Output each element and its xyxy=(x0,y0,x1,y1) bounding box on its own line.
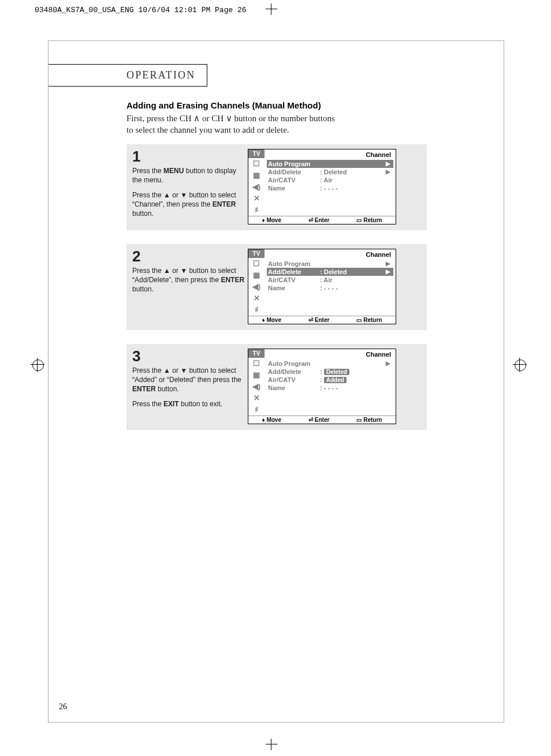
section-title: OPERATION xyxy=(126,69,195,81)
osd-menu-row: Name : - - - - xyxy=(267,184,393,192)
sound-icon: ◀) xyxy=(248,381,265,392)
osd-row-label: Air/CATV xyxy=(268,177,320,184)
osd-row-label: Add/Delete xyxy=(268,268,320,275)
chevron-right-icon: ▶ xyxy=(384,268,392,275)
step-number: 2 xyxy=(132,249,248,264)
osd-foot-move: ♦ Move xyxy=(262,317,281,323)
osd-row-label: Name xyxy=(268,185,320,192)
input-icon: ☐ xyxy=(248,158,265,170)
osd-value-pill: Deleted xyxy=(324,369,349,375)
osd-row-value: : Added xyxy=(320,376,384,383)
osd-value-pill: Added xyxy=(324,377,347,383)
step-block: 3 Press the ▲ or ▼ button to select “Add… xyxy=(126,344,427,430)
step-text: 2 Press the ▲ or ▼ button to select “Add… xyxy=(132,249,248,324)
osd-panel: TV ☐▦◀)✕♯ Channel Auto Program ▶ Add/Del… xyxy=(248,149,396,224)
chevron-right-icon: ▶ xyxy=(384,169,392,175)
page-content: Adding and Erasing Channels (Manual Meth… xyxy=(126,100,427,444)
osd-sidebar: TV ☐▦◀)✕♯ xyxy=(248,149,265,216)
registration-mark-right xyxy=(513,358,527,372)
osd-tv-label: TV xyxy=(248,349,265,358)
osd-menu-row: Auto Program ▶ xyxy=(267,260,393,268)
osd-sidebar: TV ☐▦◀)✕♯ xyxy=(248,249,265,316)
osd-tv-label: TV xyxy=(248,249,265,258)
input-icon: ☐ xyxy=(248,358,265,369)
osd-foot-move: ♦ Move xyxy=(262,217,281,223)
osd-foot-enter: ⏎ Enter xyxy=(308,317,329,323)
intro-text: First, press the CH ∧ or CH ∨ button or … xyxy=(126,113,427,136)
step-instruction: Press the EXIT button to exit. xyxy=(132,399,248,409)
osd-sidebar: TV ☐▦◀)✕♯ xyxy=(248,349,265,416)
osd-footer: ♦ Move ⏎ Enter ▭ Return xyxy=(248,316,396,324)
menu-icon: ♯ xyxy=(248,304,265,316)
step-block: 2 Press the ▲ or ▼ button to select “Add… xyxy=(126,244,427,330)
osd-menu-row: Add/Delete : Deleted ▶ xyxy=(267,268,393,276)
registration-mark-left xyxy=(31,358,44,372)
osd-row-label: Name xyxy=(268,285,320,291)
step-text: 3 Press the ▲ or ▼ button to select “Add… xyxy=(132,349,248,424)
cropmark-top xyxy=(266,3,277,15)
menu-icon: ♯ xyxy=(248,204,265,216)
menu-icon: ♯ xyxy=(248,404,265,416)
page-frame: OPERATION Adding and Erasing Channels (M… xyxy=(48,40,504,723)
osd-row-label: Add/Delete xyxy=(268,368,320,375)
setup-icon: ✕ xyxy=(248,293,265,304)
osd-row-label: Air/CATV xyxy=(268,376,320,383)
osd-menu-row: Auto Program ▶ xyxy=(267,160,393,168)
step-instruction: Press the MENU button to display the men… xyxy=(132,166,248,185)
osd-title: Channel xyxy=(267,250,393,260)
osd-menu-row: Name : - - - - xyxy=(267,284,393,292)
osd-row-value: : Deleted xyxy=(320,169,384,175)
chevron-right-icon: ▶ xyxy=(384,260,392,267)
osd-foot-return: ▭ Return xyxy=(356,417,382,423)
page-number: 26 xyxy=(59,702,67,712)
step-instruction: Press the ▲ or ▼ button to select “Chann… xyxy=(132,190,248,219)
osd-tv-label: TV xyxy=(248,149,265,158)
picture-icon: ▦ xyxy=(248,170,265,181)
osd-foot-enter: ⏎ Enter xyxy=(308,417,329,423)
picture-icon: ▦ xyxy=(248,270,265,281)
osd-row-value: : - - - - xyxy=(320,384,384,391)
osd-menu-row: Add/Delete : Deleted xyxy=(267,368,393,376)
osd-panel: TV ☐▦◀)✕♯ Channel Auto Program ▶ Add/Del… xyxy=(248,349,396,424)
picture-icon: ▦ xyxy=(248,369,265,381)
osd-footer: ♦ Move ⏎ Enter ▭ Return xyxy=(248,216,396,224)
osd-menu-row: Air/CATV : Air xyxy=(267,176,393,184)
osd-row-label: Add/Delete xyxy=(268,169,320,175)
step-instruction: Press the ▲ or ▼ button to select “Added… xyxy=(132,366,248,394)
section-header-box: OPERATION xyxy=(49,64,207,87)
chevron-right-icon: ▶ xyxy=(384,160,392,167)
osd-footer: ♦ Move ⏎ Enter ▭ Return xyxy=(248,416,396,424)
intro-line-1: First, press the CH ∧ or CH ∨ button or … xyxy=(126,114,335,123)
setup-icon: ✕ xyxy=(248,392,265,404)
osd-menu-row: Add/Delete : Deleted ▶ xyxy=(267,168,393,176)
osd-row-label: Auto Program xyxy=(268,360,320,367)
osd-row-value: : - - - - xyxy=(320,185,384,192)
osd-row-value: : Deleted xyxy=(320,368,384,375)
osd-title: Channel xyxy=(267,350,393,360)
sound-icon: ◀) xyxy=(248,181,265,193)
osd-row-value: : - - - - xyxy=(320,285,384,291)
osd-row-label: Name xyxy=(268,384,320,391)
osd-row-value: : Air xyxy=(320,276,384,283)
osd-panel: TV ☐▦◀)✕♯ Channel Auto Program ▶ Add/Del… xyxy=(248,249,396,324)
osd-row-label: Auto Program xyxy=(268,160,320,167)
osd-foot-enter: ⏎ Enter xyxy=(308,217,329,223)
osd-menu-row: Auto Program ▶ xyxy=(267,360,393,368)
osd-row-label: Auto Program xyxy=(268,260,320,267)
osd-foot-return: ▭ Return xyxy=(356,217,382,223)
osd-row-label: Air/CATV xyxy=(268,276,320,283)
step-number: 1 xyxy=(132,149,248,164)
print-slug: 03480A_KS7A_00_USA_ENG 10/6/04 12:01 PM … xyxy=(35,6,247,14)
setup-icon: ✕ xyxy=(248,193,265,204)
osd-row-value: : Air xyxy=(320,177,384,184)
step-instruction: Press the ▲ or ▼ button to select “Add/D… xyxy=(132,266,248,294)
step-block: 1 Press the MENU button to display the m… xyxy=(126,144,427,230)
osd-menu-row: Name : - - - - xyxy=(267,384,393,392)
step-text: 1 Press the MENU button to display the m… xyxy=(132,149,248,224)
osd-menu-row: Air/CATV : Added xyxy=(267,376,393,384)
cropmark-bottom xyxy=(266,739,277,750)
osd-row-value: : Deleted xyxy=(320,268,384,275)
osd-title: Channel xyxy=(267,151,393,160)
input-icon: ☐ xyxy=(248,258,265,270)
sound-icon: ◀) xyxy=(248,281,265,293)
